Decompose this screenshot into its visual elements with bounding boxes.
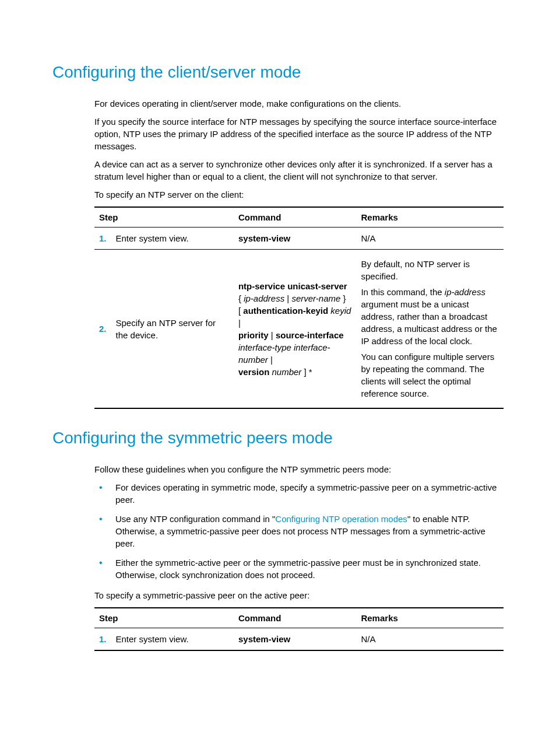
list-item: For devices operating in symmetric mode,… [94,481,504,506]
table-row: 2. Specify an NTP server for the device.… [94,250,504,409]
paragraph: A device can act as a server to synchron… [94,158,504,183]
paragraph: If you specify the source interface for … [94,116,504,152]
list-item: Either the symmetric-active peer or the … [94,556,504,581]
table-header-remarks: Remarks [356,608,504,628]
paragraph: For devices operating in client/server m… [94,97,504,110]
section2-body: Follow these guidelines when you configu… [94,463,504,651]
step-number: 2. [94,250,111,409]
step-text: Enter system view. [111,628,234,651]
command-text: ntp-service unicast-server{ ip-address |… [234,250,357,409]
command-text: system-view [234,628,356,651]
table-header-remarks: Remarks [356,207,504,228]
step-number: 1. [94,628,111,651]
guidelines-list: For devices operating in symmetric mode,… [94,481,504,581]
remarks-text: By default, no NTP server is specified.I… [356,250,504,409]
section-heading-symmetric-peers: Configuring the symmetric peers mode [52,426,504,449]
table-header-command: Command [234,608,356,628]
remarks-text: N/A [356,628,504,651]
step-text: Enter system view. [111,228,234,250]
paragraph: To specify a symmetric-passive peer on t… [94,589,504,601]
table-row: 1. Enter system view. system-view N/A [94,628,504,651]
table-row: 1. Enter system view. system-view N/A [94,228,504,250]
procedure-table-symmetric: Step Command Remarks 1. Enter system vie… [94,607,504,651]
procedure-table-client-server: Step Command Remarks 1. Enter system vie… [94,206,504,409]
list-item: Use any NTP configuration command in "Co… [94,513,504,550]
paragraph: Follow these guidelines when you configu… [94,463,504,475]
table-header-step: Step [94,207,234,228]
section-heading-client-server: Configuring the client/server mode [52,61,504,83]
table-header-command: Command [234,207,357,228]
section1-body: For devices operating in client/server m… [94,97,504,409]
table-header-step: Step [94,608,234,628]
step-text: Specify an NTP server for the device. [111,250,234,409]
command-text: system-view [234,228,357,250]
paragraph: To specify an NTP server on the client: [94,188,504,201]
step-number: 1. [94,228,111,250]
remarks-text: N/A [356,228,504,250]
